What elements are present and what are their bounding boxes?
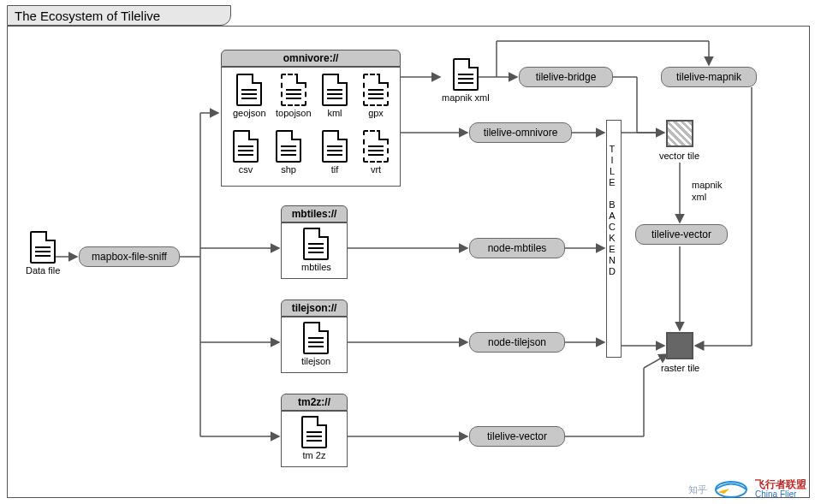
file-icon <box>453 58 479 91</box>
node-label: tilelive-omnivore <box>484 127 558 139</box>
mbtiles-file: mbtiles <box>301 228 331 272</box>
omnivore-file-shp: shp <box>276 130 301 175</box>
vector-tile-box <box>666 120 693 147</box>
node-node-tilejson: node-tilejson <box>469 332 565 353</box>
raster-tile-box <box>666 332 693 359</box>
watermark-text: 飞行者联盟 China Flier <box>755 479 806 500</box>
omnivore-header-label: omnivore:// <box>283 52 339 64</box>
node-node-mbtiles: node-mbtiles <box>469 238 565 258</box>
watermark-logo-icon <box>712 477 750 502</box>
file-label: vrt <box>371 164 381 175</box>
node-tilelive-bridge: tilelive-bridge <box>519 67 613 87</box>
file-label: tm 2z <box>303 450 326 460</box>
file-label: shp <box>281 164 296 175</box>
watermark-cn: 飞行者联盟 <box>755 479 806 489</box>
node-label: tilelive-mapnik <box>676 71 741 83</box>
file-icon <box>281 74 306 106</box>
node-tilelive-omnivore: tilelive-omnivore <box>469 122 572 143</box>
file-label: topojson <box>276 108 312 118</box>
omnivore-file-kml: kml <box>322 74 348 118</box>
node-tilelive-vector-top: tilelive-vector <box>635 224 728 245</box>
file-label: gpx <box>368 108 384 118</box>
tile-backend-label: TILE BACKEND <box>609 144 616 277</box>
node-label: mapbox-file-sniff <box>92 251 167 263</box>
vector-tile-label: vector tile <box>659 151 699 161</box>
mapnik-xml-file: mapnik xml <box>442 58 490 103</box>
file-icon <box>303 322 329 354</box>
node-label: node-mbtiles <box>488 242 547 254</box>
omnivore-file-gpx: gpx <box>363 74 389 118</box>
node-label: tilelive-bridge <box>536 71 597 83</box>
file-icon <box>363 130 389 163</box>
diagram-title: The Ecosystem of Tilelive <box>7 5 231 26</box>
node-tilelive-mapnik: tilelive-mapnik <box>661 67 757 87</box>
node-label: tilelive-vector <box>651 228 711 240</box>
file-icon <box>30 231 56 264</box>
file-label: tif <box>331 164 339 175</box>
tilejson-header-label: tilejson:// <box>292 302 337 314</box>
raster-tile-label: raster tile <box>661 363 699 373</box>
tilejson-file: tilejson <box>301 322 330 366</box>
file-icon <box>363 74 389 106</box>
data-file-label: Data file <box>26 265 60 276</box>
file-label: tilejson <box>301 356 330 366</box>
node-label: tilelive-vector <box>487 430 547 442</box>
file-label: mapnik xml <box>442 92 490 103</box>
omnivore-file-geojson: geojson <box>233 74 266 118</box>
mapnik-xml-label-a: mapnik <box>692 180 722 190</box>
watermark-side: 知乎 <box>688 483 707 496</box>
watermark: 知乎 飞行者联盟 China Flier <box>688 477 806 502</box>
data-file: Data file <box>26 231 60 276</box>
tilejson-header: tilejson:// <box>281 299 348 317</box>
node-label: node-tilejson <box>488 336 546 348</box>
omnivore-file-topojson: topojson <box>276 74 312 118</box>
file-icon <box>301 416 327 448</box>
file-icon <box>233 130 259 163</box>
file-icon <box>236 74 262 106</box>
node-mapbox-file-sniff: mapbox-file-sniff <box>79 246 180 267</box>
watermark-en: China Flier <box>755 489 806 500</box>
diagram-title-text: The Ecosystem of Tilelive <box>15 9 160 23</box>
tm2z-file: tm 2z <box>301 416 327 460</box>
file-icon <box>276 130 301 163</box>
mbtiles-header: mbtiles:// <box>281 205 348 222</box>
tm2z-header-label: tm2z:// <box>298 396 330 408</box>
file-label: csv <box>239 164 253 175</box>
mapnik-xml-label-b: xml <box>692 192 706 202</box>
mbtiles-header-label: mbtiles:// <box>292 208 337 220</box>
omnivore-file-vrt: vrt <box>363 130 389 175</box>
node-tilelive-vector-bottom: tilelive-vector <box>469 426 565 447</box>
tm2z-header: tm2z:// <box>281 394 348 411</box>
file-label: mbtiles <box>301 262 331 272</box>
file-label: geojson <box>233 108 266 118</box>
file-label: kml <box>327 108 342 118</box>
file-icon <box>303 228 329 260</box>
file-icon <box>322 74 348 106</box>
omnivore-file-tif: tif <box>322 130 348 175</box>
omnivore-header: omnivore:// <box>221 50 401 67</box>
file-icon <box>322 130 348 163</box>
omnivore-file-csv: csv <box>233 130 259 175</box>
